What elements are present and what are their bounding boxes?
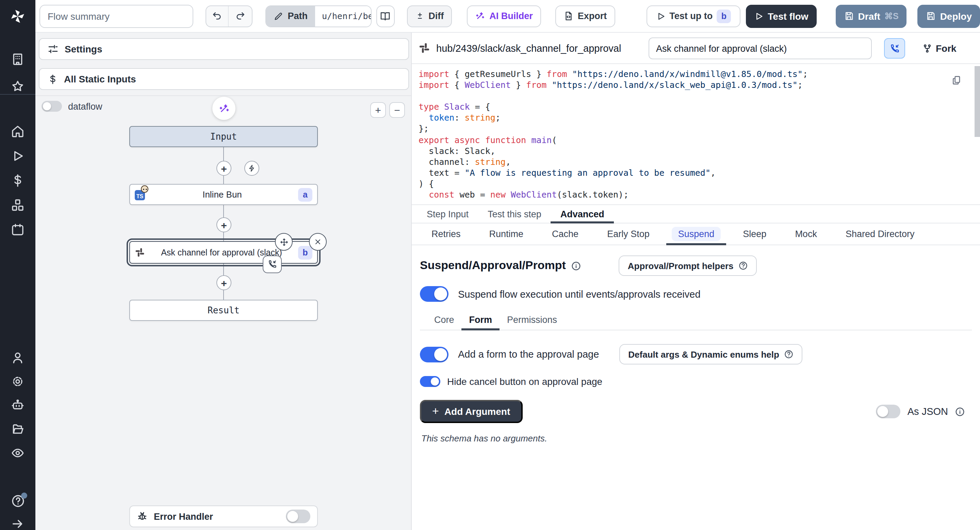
- audit-eye-icon[interactable]: [0, 441, 35, 465]
- subtab-sleep[interactable]: Sleep: [729, 223, 781, 244]
- slack-icon: [418, 42, 430, 54]
- tab-test-this-step-label: Test this step: [488, 209, 541, 219]
- ai-builder-button[interactable]: AI Builder: [467, 5, 541, 27]
- schedules-icon[interactable]: [0, 218, 35, 241]
- subtab-cache[interactable]: Cache: [538, 223, 593, 244]
- hub-path-text: hub/2439/slack/ask_channel_for_approval: [436, 43, 621, 53]
- add-form-toggle[interactable]: [420, 346, 449, 362]
- ai-bot-icon[interactable]: [0, 394, 35, 417]
- subtab-runtime[interactable]: Runtime: [475, 223, 538, 244]
- suspend-phone-badge[interactable]: [263, 255, 282, 273]
- zoom-out-label: −: [394, 104, 400, 116]
- add-argument-button[interactable]: + Add Argument: [420, 400, 522, 423]
- copy-code-button[interactable]: [951, 75, 962, 89]
- tab-step-input[interactable]: Step Input: [417, 205, 478, 223]
- tab-test-this-step[interactable]: Test this step: [478, 205, 551, 223]
- suspend-toggle-label: Suspend flow execution until events/appr…: [458, 289, 701, 299]
- info-icon[interactable]: [955, 406, 965, 417]
- bug-icon: [137, 511, 148, 522]
- help-icon[interactable]: [0, 489, 35, 512]
- subtab-mock[interactable]: Mock: [781, 223, 831, 244]
- hide-cancel-toggle[interactable]: [420, 376, 440, 387]
- settings-gear-icon[interactable]: [0, 370, 35, 393]
- as-json-label: As JSON: [907, 406, 948, 417]
- pencil-icon: [273, 11, 283, 21]
- users-icon[interactable]: [0, 346, 35, 369]
- dataflow-toggle[interactable]: [41, 101, 62, 112]
- subtab-sleep-label: Sleep: [737, 227, 772, 241]
- left-nav-rail: [0, 0, 35, 530]
- info-icon[interactable]: [571, 260, 582, 271]
- resources-icon[interactable]: [0, 193, 35, 217]
- flow-settings-row[interactable]: Settings: [39, 38, 409, 60]
- delete-node-button[interactable]: [309, 233, 327, 251]
- test-up-to-label: Test up to: [669, 11, 713, 21]
- insert-step-button[interactable]: +: [216, 161, 231, 176]
- subtab-shared-directory[interactable]: Shared Directory: [831, 223, 929, 244]
- tab-form[interactable]: Form: [462, 310, 500, 330]
- subtab-retries[interactable]: Retries: [417, 223, 475, 244]
- error-handler-row[interactable]: Error Handler: [129, 506, 318, 527]
- runs-icon[interactable]: [0, 144, 35, 168]
- suspend-toggle-row: Suspend flow execution until events/appr…: [420, 286, 972, 302]
- tab-permissions[interactable]: Permissions: [500, 310, 565, 330]
- insert-step-button[interactable]: +: [216, 217, 231, 232]
- trigger-zap-button[interactable]: [244, 161, 259, 176]
- docs-book-button[interactable]: [376, 5, 395, 27]
- code-editor[interactable]: import { getResumeUrls } from "https://d…: [412, 64, 980, 205]
- redo-button[interactable]: [229, 6, 252, 26]
- flow-node-inline-bun-label: Inline Bun: [152, 189, 293, 200]
- flow-node-approval-selected[interactable]: Ask channel for approval (slack) b: [129, 241, 318, 263]
- error-handler-toggle[interactable]: [286, 509, 310, 523]
- subtab-early-stop[interactable]: Early Stop: [593, 223, 664, 244]
- zoom-out-button[interactable]: −: [389, 102, 405, 118]
- code-scrollbar-thumb[interactable]: [975, 66, 980, 137]
- all-static-inputs-row[interactable]: All Static Inputs: [39, 68, 409, 90]
- insert-step-button[interactable]: +: [216, 275, 231, 290]
- deploy-button[interactable]: Deploy: [918, 5, 980, 27]
- test-flow-button[interactable]: Test flow: [746, 5, 816, 27]
- code-line: const web = new WebClient(slack.token);: [418, 189, 980, 200]
- diff-icon: [415, 11, 424, 21]
- tab-step-input-label: Step Input: [427, 209, 469, 219]
- folders-icon[interactable]: [0, 418, 35, 441]
- windmill-logo[interactable]: [0, 5, 35, 27]
- flow-node-inline-bun[interactable]: TS Inline Bun a: [129, 184, 318, 205]
- file-code-icon: [563, 11, 574, 21]
- home-icon[interactable]: [0, 120, 35, 143]
- flow-summary-input[interactable]: [40, 5, 193, 27]
- diff-button[interactable]: Diff: [407, 5, 452, 27]
- flow-node-result[interactable]: Result: [129, 300, 318, 321]
- suspend-flow-toggle[interactable]: [420, 286, 449, 302]
- ai-flow-wand-button[interactable]: [212, 97, 235, 120]
- step-id-badge-a: a: [298, 188, 312, 201]
- undo-redo-group: [205, 5, 253, 27]
- flow-panel-divider: [35, 95, 411, 96]
- fork-icon: [922, 43, 932, 53]
- tab-permissions-label: Permissions: [507, 315, 557, 325]
- tab-core[interactable]: Core: [427, 310, 462, 330]
- variables-icon[interactable]: [0, 169, 35, 192]
- path-button[interactable]: Path: [266, 6, 315, 26]
- path-value[interactable]: u/henri/ben: [315, 6, 372, 26]
- default-args-dynamic-enums-help-button[interactable]: Default args & Dynamic enums help: [619, 344, 802, 364]
- expand-rail-arrow-icon[interactable]: [0, 512, 35, 530]
- zoom-in-button[interactable]: +: [370, 102, 386, 118]
- flow-node-input[interactable]: Input: [129, 126, 318, 147]
- undo-button[interactable]: [206, 6, 229, 26]
- approval-prompt-helpers-button[interactable]: Approval/Prompt helpers: [619, 255, 757, 276]
- move-node-handle[interactable]: [275, 233, 293, 251]
- subtab-suspend[interactable]: Suspend: [664, 223, 729, 244]
- tab-advanced[interactable]: Advanced: [551, 205, 614, 223]
- tab-advanced-label: Advanced: [560, 209, 605, 219]
- close-icon: [314, 238, 322, 246]
- workspace-icon[interactable]: [0, 48, 35, 71]
- test-up-to-button[interactable]: Test up to b: [646, 5, 740, 27]
- draft-label: Draft: [858, 11, 880, 21]
- export-button[interactable]: Export: [555, 5, 615, 27]
- draft-button[interactable]: Draft ⌘S: [836, 5, 907, 27]
- as-json-toggle[interactable]: [876, 405, 901, 418]
- fork-button[interactable]: Fork: [922, 38, 956, 59]
- step-title-input[interactable]: [649, 37, 872, 59]
- suspend-phone-indicator-button[interactable]: [884, 38, 905, 59]
